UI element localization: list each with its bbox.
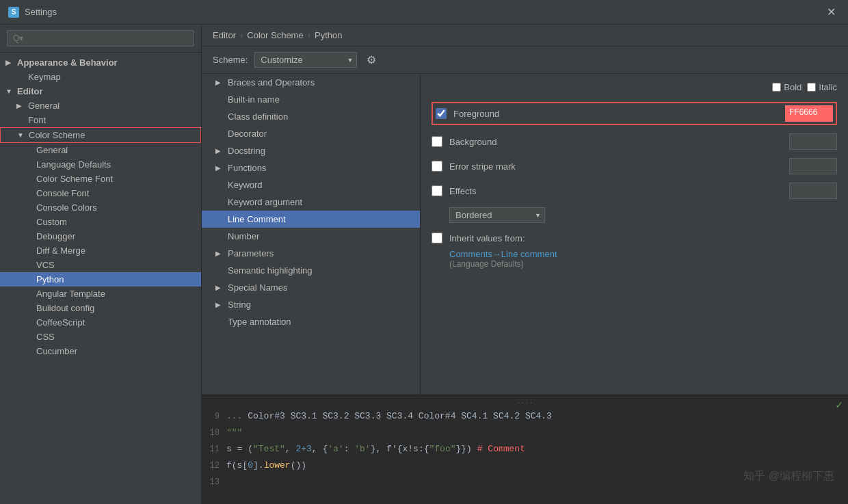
breadcrumb-sep2: › <box>308 30 310 40</box>
background-color-box[interactable] <box>789 133 837 150</box>
scheme-select[interactable]: Default Darcula Customize High contrast <box>254 52 357 68</box>
error-stripe-row: Error stripe mark <box>432 158 837 174</box>
sidebar-item-cs-font[interactable]: Color Scheme Font <box>0 172 201 186</box>
sidebar-item-buildout[interactable]: Buildout config <box>0 301 201 315</box>
code-content: ... Color#3 SC3.1 SC3.2 SC3.3 SC3.4 Colo… <box>226 409 848 424</box>
green-checkmark-icon: ✓ <box>836 398 843 412</box>
line-number: 12 <box>202 458 226 473</box>
inherit-link-area: Comments→Line comment <box>449 249 837 259</box>
sidebar: ▶Appearance & BehaviorKeymap▼Editor▶Gene… <box>0 25 202 504</box>
arrow-icon: ▶ <box>215 284 224 291</box>
sidebar-item-vcs[interactable]: VCS <box>0 258 201 272</box>
effects-label: Effects <box>449 186 782 196</box>
sidebar-item-angular[interactable]: Angular Template <box>0 287 201 301</box>
foreground-checkbox[interactable] <box>436 108 447 119</box>
inherit-checkbox[interactable] <box>432 233 442 243</box>
sidebar-item-font[interactable]: Font <box>0 113 201 127</box>
bold-checkbox[interactable] <box>772 83 781 92</box>
middle-item-kwarg[interactable]: Keyword argument <box>202 194 420 211</box>
middle-item-classdef[interactable]: Class definition <box>202 108 420 125</box>
middle-item-typeanno[interactable]: Type annotation <box>202 313 420 330</box>
middle-item-braces[interactable]: ▶Braces and Operators <box>202 74 420 91</box>
sidebar-item-editor[interactable]: ▼Editor <box>0 84 201 98</box>
arrow-icon: ▶ <box>215 147 224 155</box>
breadcrumb-colorscheme: Color Scheme <box>247 30 303 40</box>
sidebar-search-area <box>0 25 201 53</box>
breadcrumb-python: Python <box>315 30 342 40</box>
sidebar-item-python[interactable]: Python <box>0 272 201 287</box>
sidebar-item-keymap[interactable]: Keymap <box>0 70 201 84</box>
search-input[interactable] <box>7 30 194 47</box>
effects-type-select[interactable]: Bordered Underscored Bold underscored Un… <box>449 207 545 223</box>
sidebar-item-colorscheme[interactable]: ▼Color Scheme <box>0 127 201 143</box>
line-number: 10 <box>202 425 226 440</box>
window-title: Settings <box>25 7 823 17</box>
arrow-icon: ▼ <box>5 88 14 95</box>
sidebar-item-css[interactable]: CSS <box>0 330 201 344</box>
effects-color-box[interactable] <box>789 183 837 199</box>
middle-item-semantic[interactable]: Semantic highlighting <box>202 262 420 279</box>
bold-label[interactable]: Bold <box>772 82 801 92</box>
italic-checkbox[interactable] <box>807 83 816 92</box>
effects-select-wrapper: Bordered Underscored Bold underscored Un… <box>449 207 545 223</box>
middle-item-linecomment[interactable]: Line Comment <box>202 211 420 228</box>
main-layout: ▶Appearance & BehaviorKeymap▼Editor▶Gene… <box>0 25 848 504</box>
arrow-icon: ▼ <box>17 131 25 139</box>
breadcrumb-sep1: › <box>240 30 243 40</box>
sidebar-item-coffeescript[interactable]: CoffeeScript <box>0 315 201 330</box>
sidebar-item-cucumber[interactable]: Cucumber <box>0 344 201 358</box>
effects-checkbox[interactable] <box>432 185 442 196</box>
sidebar-tree: ▶Appearance & BehaviorKeymap▼Editor▶Gene… <box>0 53 201 504</box>
inherit-label: Inherit values from: <box>449 233 525 243</box>
middle-item-parameters[interactable]: ▶Parameters <box>202 245 420 262</box>
code-content: s = ("Test", 2+3, {'a': 'b'}, f'{x!s:{"f… <box>226 442 848 457</box>
line-number: 11 <box>202 442 226 457</box>
middle-item-keyword[interactable]: Keyword <box>202 176 420 194</box>
sidebar-item-diff-merge[interactable]: Diff & Merge <box>0 243 201 258</box>
code-preview: ···· 9 ... Color#3 SC3.1 SC3.2 SC3.3 SC3… <box>202 395 848 504</box>
error-stripe-checkbox[interactable] <box>432 161 442 172</box>
middle-item-specialnames[interactable]: ▶Special Names <box>202 279 420 296</box>
italic-label[interactable]: Italic <box>807 82 837 92</box>
breadcrumb: Editor › Color Scheme › Python <box>202 25 848 47</box>
middle-item-docstring[interactable]: ▶Docstring <box>202 142 420 159</box>
background-label: Background <box>449 137 782 147</box>
sidebar-item-general[interactable]: ▶General <box>0 98 201 113</box>
middle-item-decorator[interactable]: Decorator <box>202 125 420 142</box>
scheme-row: Scheme: Default Darcula Customize High c… <box>202 47 848 74</box>
middle-item-string[interactable]: ▶String <box>202 296 420 313</box>
arrow-icon: ▶ <box>215 250 224 257</box>
close-button[interactable]: ✕ <box>823 4 840 20</box>
sidebar-item-console-font[interactable]: Console Font <box>0 186 201 200</box>
inherit-link[interactable]: Comments→Line comment <box>449 249 557 259</box>
background-row: Background <box>432 133 837 150</box>
code-line: 9 ... Color#3 SC3.1 SC3.2 SC3.3 SC3.4 Co… <box>202 408 848 425</box>
title-bar: S Settings ✕ <box>0 0 848 25</box>
gear-button[interactable]: ⚙ <box>364 52 379 68</box>
background-checkbox[interactable] <box>432 136 442 147</box>
sidebar-item-debugger[interactable]: Debugger <box>0 229 201 243</box>
middle-item-builtin[interactable]: Built-in name <box>202 91 420 108</box>
props-panel: Bold Italic Foreground FF6666 <box>421 74 848 395</box>
line-number: 9 <box>202 409 226 424</box>
foreground-label: Foreground <box>453 109 778 119</box>
arrow-icon: ▶ <box>215 79 224 86</box>
foreground-color-box[interactable]: FF6666 <box>785 105 833 122</box>
sidebar-item-appearance[interactable]: ▶Appearance & Behavior <box>0 55 201 70</box>
sidebar-item-language-defaults[interactable]: Language Defaults <box>0 157 201 172</box>
sidebar-item-custom[interactable]: Custom <box>0 215 201 229</box>
middle-item-functions[interactable]: ▶Functions <box>202 159 420 176</box>
arrow-icon: ▶ <box>215 164 224 172</box>
error-stripe-label: Error stripe mark <box>449 161 782 172</box>
arrow-icon: ▶ <box>16 102 25 109</box>
sidebar-item-cs-general[interactable]: General <box>0 143 201 157</box>
panels-row: ▶Braces and OperatorsBuilt-in nameClass … <box>202 74 848 395</box>
inherit-row: Inherit values from: <box>432 233 837 243</box>
content-area: ▶Braces and OperatorsBuilt-in nameClass … <box>202 74 848 504</box>
foreground-color-value: FF6666 <box>785 105 833 119</box>
app-icon: S <box>8 7 19 18</box>
middle-item-number[interactable]: Number <box>202 228 420 245</box>
error-stripe-color-box[interactable] <box>789 158 837 174</box>
sidebar-item-console-colors[interactable]: Console Colors <box>0 200 201 215</box>
line-number: 13 <box>202 475 226 490</box>
